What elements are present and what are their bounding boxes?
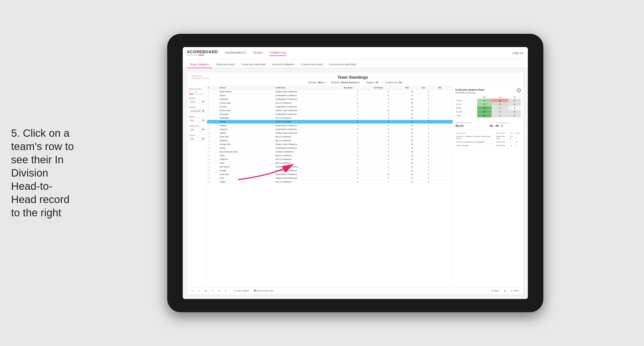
table-row[interactable]: 2 Auburn Southeastern Conference 1 9 27 … [207, 94, 453, 97]
cell-reg-rank: 4 [343, 112, 372, 116]
watch-button[interactable]: 👁 Watch [490, 289, 501, 293]
table-row[interactable]: 10 Alabama Southeastern Conference 5 8 2… [207, 124, 453, 128]
subnav-player-h2h-grid[interactable]: PLAYER H2H GRID [298, 61, 326, 68]
table-row[interactable]: 14 Oklahoma Big 12 Conference 5 9 26 2 [207, 139, 453, 143]
table-row[interactable]: 19 California Pac-12 Conference 4 8 24 2 [207, 158, 453, 161]
cell-conf-rank: 9 [372, 94, 404, 97]
cell-win [437, 105, 453, 109]
h2h-loss-cell: 2 [492, 106, 508, 110]
cell-conf-rank: 7 [372, 146, 404, 150]
timer-button[interactable]: ⏱ [224, 289, 228, 293]
min-rounds-label: Minimum Rou... [189, 88, 205, 90]
table-row[interactable]: 11 Arkansas Southeastern Conference 6 8 … [207, 128, 453, 131]
view-original-button[interactable]: 👁 View: Original [233, 289, 250, 293]
share-button[interactable]: ⬆ Share [510, 289, 520, 293]
table-row[interactable]: 9 Arizona Pac-12 Conference 5 8 23 2 [207, 120, 453, 124]
grid-button[interactable]: ⊞ [503, 289, 507, 293]
t-cell-name: Arizona Thunderbirds Intercollegiate [456, 140, 496, 144]
h2h-win-cell: 11 [477, 103, 492, 106]
h2h-row: >100 27 0 0 [456, 114, 521, 118]
table-row[interactable]: 8 Washington Pac-12 Conference 2 8 23 1 [207, 116, 453, 120]
cell-reg-rank: 1 [343, 154, 372, 158]
cell-tour: 2 [420, 165, 437, 169]
cell-rds: 23 [404, 150, 420, 154]
table-row[interactable]: 24 Duke Atlantic Coast Conference 5 9 27… [207, 176, 453, 180]
sign-out-link[interactable]: | Sign out [512, 51, 524, 55]
update-time-value: 27/03/2024 16:56:26 [192, 77, 209, 80]
cell-reg-rank: 1 [343, 165, 372, 169]
table-row[interactable]: 20 Texas Big 12 Conference 3 7 20 0 [207, 161, 453, 165]
nav-teams[interactable]: TEAMS [253, 50, 262, 56]
panel-title: Team Standings [338, 75, 368, 80]
scissors-button[interactable]: ✂ [210, 289, 215, 293]
cell-rds: 27 [404, 135, 420, 139]
cell-reg-rank: 4 [343, 158, 372, 161]
opponents-stat: Opponents in division: 99.1% [456, 122, 486, 128]
region-select[interactable]: N/A [189, 118, 205, 122]
table-row[interactable]: 4 Arizona State Pac-12 Conference 4 6 26… [207, 101, 453, 105]
h2h-team-name: University of Arizona [456, 91, 484, 94]
table-row[interactable]: 16 Florida Southeastern Conference 7 7 2… [207, 146, 453, 150]
cell-win [437, 128, 453, 131]
cell-rank: 1 [207, 90, 218, 94]
division-select[interactable]: NCAA Division I [189, 109, 205, 113]
cell-school: Texas A&M [218, 173, 274, 176]
save-custom-button[interactable]: 💾 Save Custom View [252, 289, 275, 293]
step-back-button[interactable]: ⏮ [204, 289, 208, 293]
table-row[interactable]: 5 Ole Miss Southeastern Conference 3 6 1… [207, 105, 453, 109]
table-row[interactable]: 17 East Tennessee State Southern Confere… [207, 150, 453, 154]
opponents-value: 99.1% [456, 124, 486, 128]
filter-school: School (All) [189, 134, 205, 141]
conference-select[interactable]: (All) [189, 128, 205, 132]
copy-button[interactable]: ⧉ [217, 289, 221, 293]
subnav-team-h2h-grid[interactable]: TEAM H2H GRID [213, 61, 238, 68]
school-label: School [189, 134, 205, 136]
cell-school: Alabama [218, 124, 274, 128]
wlt-label: W-L-T record in-division: [490, 122, 521, 124]
undo-button[interactable]: ↩ [190, 289, 195, 293]
table-row[interactable]: 3 Vanderbilt Southeastern Conference 2 8… [207, 97, 453, 101]
table-row[interactable]: 12 Virginia Atlantic Coast Conference 3 … [207, 131, 453, 135]
subnav-player-summary[interactable]: PLAYER SUMMARY [270, 61, 297, 68]
table-row[interactable]: 21 New Mexico Mountain West Conference 1… [207, 165, 453, 169]
cell-school: Illinois [218, 154, 274, 158]
table-row[interactable]: 23 Texas A&M Southeastern Conference 9 1… [207, 173, 453, 176]
table-row[interactable]: 22 Georgia Southeastern Conference 8 7 2… [207, 169, 453, 173]
h2h-row: Top 10 3 13 0 [456, 99, 521, 103]
cell-tour: 1 [420, 112, 437, 116]
redo-button[interactable]: ↪ [197, 289, 202, 293]
cell-win [437, 116, 453, 120]
subnav-player-h2h-heatmap[interactable]: PLAYER H2H HEATMAP [326, 61, 359, 68]
table-row[interactable]: 13 Texas Tech Big 12 Conference 1 9 27 2 [207, 135, 453, 139]
cell-reg-rank: 5 [343, 139, 372, 143]
table-row[interactable]: 25 Oregon Pac-12 Conference 5 7 21 0 [207, 180, 453, 184]
cell-school: Texas [218, 161, 274, 165]
nav-committee[interactable]: COMMITTEE [269, 50, 286, 56]
table-row[interactable]: 6 Florida State Atlantic Coast Conferenc… [207, 109, 453, 112]
main-content: Update time: 27/03/2024 16:56:26 Team St… [183, 68, 528, 299]
col-rds: Rds [404, 86, 420, 90]
table-row[interactable]: 1 North Carolina Atlantic Coast Conferen… [207, 90, 453, 94]
subnav-team-summary[interactable]: TEAM SUMMARY [187, 61, 212, 68]
cell-school: Georgia Tech [218, 143, 274, 146]
cell-reg-rank: 5 [343, 180, 372, 184]
cell-win [437, 173, 453, 176]
table-row[interactable]: 18 Illinois Big Ten Conference 1 9 23 3 [207, 154, 453, 158]
cell-conference: Big 12 Conference [274, 161, 343, 165]
subnav-team-h2h-heatmap[interactable]: TEAM H2H HEATMAP [239, 61, 268, 68]
table-row[interactable]: 7 Tennessee Southeastern Conference 4 6 … [207, 112, 453, 116]
table-row[interactable]: 15 Georgia Tech Atlantic Coast Conferenc… [207, 143, 453, 146]
h2h-row-label: Top 10 [456, 99, 478, 103]
col-reg-rank: Reg Rank [343, 86, 372, 90]
nav-tournaments[interactable]: TOURNAMENTS [225, 50, 246, 56]
cell-rank: 21 [207, 165, 218, 169]
rounds-slider[interactable] [189, 94, 204, 94]
t-col-tournament: Tournament [456, 132, 496, 135]
school-select[interactable]: (All) [189, 137, 205, 141]
gender-select[interactable]: Men's [189, 100, 205, 104]
cell-conference: Atlantic Coast Conference [274, 109, 343, 112]
h2h-close-button[interactable]: ✕ [517, 88, 521, 92]
cell-rank: 2 [207, 94, 218, 97]
tournament-row: Cabo Collegiate Stroke Play 11 17 [456, 144, 521, 147]
cell-rank: 8 [207, 116, 218, 120]
